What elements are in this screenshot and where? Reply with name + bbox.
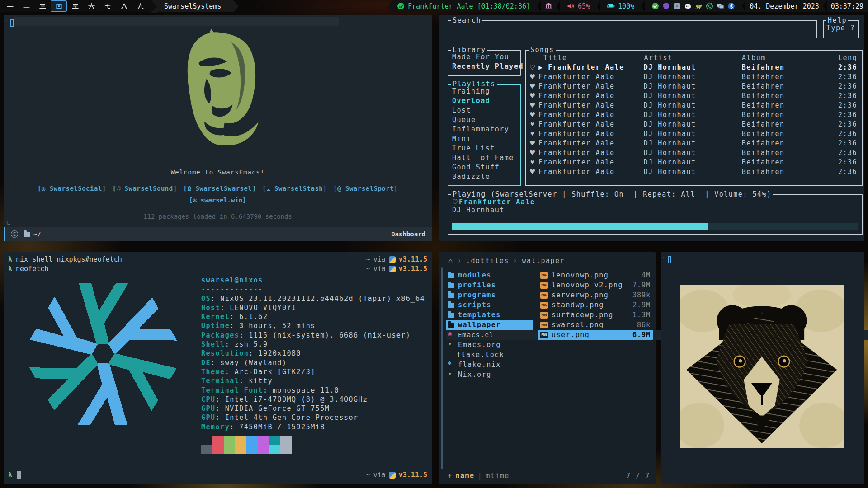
playlist-item[interactable]: True List (448, 144, 520, 153)
file-manager-window[interactable]: ⌂ › .dotfiles › wallpaper modules profil… (439, 252, 656, 484)
home-icon[interactable]: ⌂ (448, 257, 453, 265)
bluetooth-icon[interactable] (727, 2, 735, 10)
directory-entry[interactable]: flake.nix (446, 360, 533, 370)
file-entry[interactable]: PNG surfacewp.png 1.3M (538, 310, 653, 320)
workspace-2[interactable] (18, 0, 34, 12)
favorite-heart-icon[interactable]: ♥ (526, 120, 538, 129)
image-preview-window[interactable]: ⌐ (661, 252, 864, 484)
breadcrumb-dir[interactable]: .dotfiles (466, 257, 509, 265)
playlist-item[interactable]: Good Stuff (448, 163, 520, 172)
active-prompt-line[interactable]: λ ~ via v3.11.5 (4, 471, 432, 479)
directory-entry[interactable]: Nix.org (446, 370, 533, 380)
dashboard-link[interactable]: [♬ SwarselSound] (113, 185, 177, 192)
playlist-item[interactable]: Inflammatory (448, 125, 520, 134)
neofetch-field: GPU: Intel 4th Gen Core Processor (201, 413, 425, 422)
playlist-item[interactable]: Overload (448, 96, 520, 106)
playlist-item[interactable]: Lost (448, 106, 520, 115)
playlist-item[interactable]: Training (448, 87, 520, 96)
favorite-heart-icon[interactable]: ♥ (526, 129, 538, 139)
favorite-heart-icon[interactable]: ♥ (526, 110, 538, 120)
favorite-heart-icon[interactable]: ♥ (526, 148, 538, 158)
battery-widget[interactable]: 100% (604, 2, 637, 10)
song-row[interactable]: ♥ Frankfurter Aale DJ Hornhaut Beifahren… (526, 72, 862, 82)
workspace-3[interactable] (34, 0, 51, 12)
song-row[interactable]: ♥ Frankfurter Aale DJ Hornhaut Beifahren… (526, 129, 862, 139)
workspace-6[interactable] (83, 0, 99, 12)
terminal-window[interactable]: λ nix shell nixpkgs#neofetch ~ via v3.11… (4, 252, 432, 484)
playlist-list: TrainingOverloadLostQueueInflammatoryMin… (448, 85, 520, 182)
syncthing-icon[interactable] (706, 2, 713, 10)
package-icon[interactable] (673, 2, 681, 10)
now-playing-widget[interactable]: Frankfurter Aale [01:38/02:36] (394, 2, 533, 10)
directory-entry[interactable]: Emacs.org (446, 340, 533, 350)
dashboard-link[interactable]: [◎ SwarselSocial] (38, 185, 106, 192)
file-entry[interactable]: PNG serverwp.png 389k (538, 290, 653, 300)
directory-entry[interactable]: flake.lock (446, 350, 533, 360)
song-row[interactable]: ♥ Frankfurter Aale DJ Hornhaut Beifahren… (526, 110, 862, 120)
favorite-heart-icon[interactable]: ♥ (526, 101, 538, 110)
favorite-heart-icon[interactable]: ♥ (526, 82, 538, 91)
emacs-window[interactable]: ⌐ Welcome to SwarsEmacs! [◎ (4, 15, 432, 241)
monitors-icon[interactable] (717, 2, 724, 10)
workspace-4-active[interactable] (51, 0, 67, 12)
seek-bar[interactable] (452, 223, 858, 230)
file-entry[interactable]: PNG standwp.png 2.9M (538, 300, 653, 310)
workspace-8[interactable] (116, 0, 132, 12)
playlist-item[interactable]: Badizzle (448, 172, 520, 182)
file-entry[interactable]: PNG lenovowp.png 4M (538, 270, 653, 280)
workspace-5[interactable] (67, 0, 83, 12)
directory-entry[interactable]: templates (446, 310, 533, 320)
song-row[interactable]: ♥ Frankfurter Aale DJ Hornhaut Beifahren… (526, 91, 862, 101)
discord-icon[interactable] (684, 2, 692, 10)
favorite-heart-icon[interactable]: ♥ (526, 158, 538, 167)
directory-entry[interactable]: wallpaper (446, 320, 533, 330)
song-row[interactable]: ♥ Frankfurter Aale DJ Hornhaut Beifahren… (526, 82, 862, 91)
directory-entry[interactable]: profiles (446, 280, 533, 290)
library-item[interactable]: Recently Played (448, 62, 520, 71)
file-entry[interactable]: PNG swarsel.png 86k (538, 320, 653, 330)
playlist-item[interactable]: Hall of Fame (448, 153, 520, 163)
favorite-heart-icon[interactable]: ♥ (526, 167, 538, 177)
file-entry[interactable]: PNG lenovowp_v2.png 7.9M (538, 280, 653, 290)
palette-swatch (280, 436, 292, 445)
playlist-item[interactable]: Mini (448, 134, 520, 144)
help-box-label: Help (826, 16, 848, 24)
music-player-window[interactable]: Search Help Type ? Library Made For YouR… (439, 15, 864, 241)
sort-alt-key[interactable]: mtime (486, 472, 509, 480)
song-row[interactable]: ♥ Frankfurter Aale DJ Hornhaut Beifahren… (526, 167, 862, 177)
favorite-heart-icon[interactable]: ♥ (526, 91, 538, 101)
file-entry[interactable]: PNG user.png 6.9M (538, 330, 653, 340)
song-row[interactable]: ♥ Frankfurter Aale DJ Hornhaut Beifahren… (526, 158, 862, 167)
breadcrumb-subdir[interactable]: wallpaper (522, 257, 565, 265)
favorite-heart-icon[interactable]: ♡ (526, 63, 538, 72)
dashboard-link[interactable]: [Ω SwarselSwarsel] (184, 185, 256, 192)
bank-icon[interactable] (545, 2, 552, 10)
shield-icon[interactable] (662, 2, 670, 10)
workspace-7[interactable] (99, 0, 116, 12)
workspace-9[interactable] (132, 0, 148, 12)
sort-direction-icon[interactable]: ↑ (448, 472, 453, 480)
song-length: 2:36 (838, 139, 857, 148)
favorite-heart-icon[interactable]: ♥ (526, 72, 538, 82)
dashboard-link[interactable]: [@ SwarselSport] (333, 185, 398, 192)
check-circle-icon[interactable] (651, 2, 659, 10)
volume-widget[interactable]: 65% (564, 2, 593, 10)
directory-entry[interactable]: programs (446, 290, 533, 300)
workspace-1[interactable] (2, 0, 18, 12)
site-link[interactable]: [✻ swarsel.win] (4, 197, 432, 204)
sort-key[interactable]: name (456, 472, 475, 480)
search-box[interactable]: Search (448, 20, 817, 38)
directory-entry[interactable]: modules (446, 270, 533, 280)
song-row[interactable]: ♥ Frankfurter Aale DJ Hornhaut Beifahren… (526, 120, 862, 129)
playing-heart-icon[interactable]: ♡ (452, 198, 459, 206)
song-row[interactable]: ♥ Frankfurter Aale DJ Hornhaut Beifahren… (526, 139, 862, 148)
turtle-icon[interactable] (695, 2, 703, 10)
dashboard-link[interactable]: [☁ SwarselStash] (262, 185, 327, 192)
directory-entry[interactable]: scripts (446, 300, 533, 310)
song-row[interactable]: ♡ ▶ Frankfurter Aale DJ Hornhaut Beifahr… (526, 63, 862, 72)
playlist-item[interactable]: Queue (448, 115, 520, 125)
song-row[interactable]: ♥ Frankfurter Aale DJ Hornhaut Beifahren… (526, 101, 862, 110)
favorite-heart-icon[interactable]: ♥ (526, 139, 538, 148)
song-row[interactable]: ♥ Frankfurter Aale DJ Hornhaut Beifahren… (526, 148, 862, 158)
library-item[interactable]: Made For You (448, 52, 520, 62)
